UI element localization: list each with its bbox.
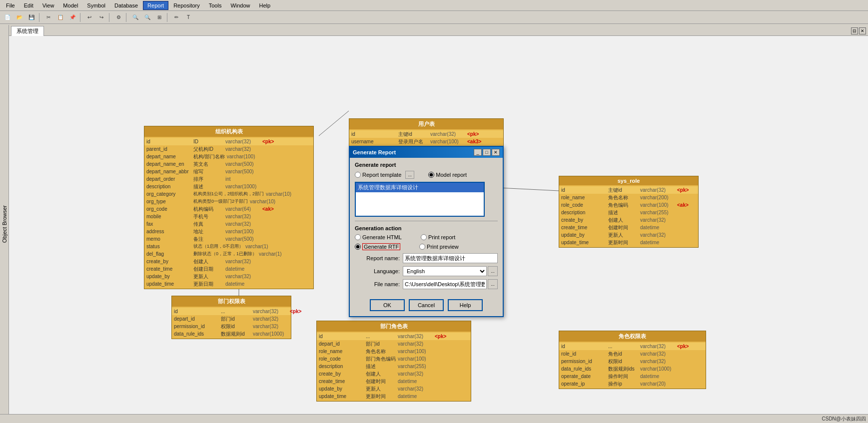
table-row: id 主键id varchar(32) <pk> <box>349 130 503 138</box>
list-box-item[interactable]: 系统管理数据库详细设计 <box>356 183 484 192</box>
generate-html-label: Generate HTML <box>362 234 402 240</box>
toolbar-sep2 <box>80 13 82 22</box>
dept-permission-table: 部门权限表 id ... varchar(32) <pk> depart_id … <box>171 296 291 339</box>
toolbar-btn1[interactable]: ⚙ <box>113 12 124 22</box>
language-label: Language: <box>355 268 400 274</box>
language-select[interactable]: English <box>403 266 487 276</box>
table-row: role_id 角色id varchar(32) <box>559 350 706 358</box>
file-name-input[interactable] <box>403 279 487 289</box>
report-template-radio-label[interactable]: Report template <box>355 172 401 178</box>
generate-rtf-radio-label[interactable]: Generate RTF <box>355 243 400 250</box>
toolbar-zoom-in[interactable]: 🔍 <box>130 12 141 22</box>
toolbar-save[interactable]: 💾 <box>26 12 37 22</box>
toolbar-text[interactable]: T <box>183 12 194 22</box>
table-row: data_rule_ids 数据规则ids varchar(1000) <box>559 365 706 373</box>
language-row: Language: English ... <box>355 266 498 276</box>
toolbar-copy[interactable]: 📋 <box>55 12 66 22</box>
toolbar-zoom-out[interactable]: 🔍 <box>142 12 153 22</box>
report-name-input[interactable] <box>403 253 498 263</box>
toolbar-sep4 <box>126 13 128 22</box>
object-browser-label: Object Browser <box>1 205 7 243</box>
table-row: id ... varchar(32) <pk> <box>317 333 471 340</box>
report-template-radio[interactable] <box>355 172 361 178</box>
toolbar-undo[interactable]: ↩ <box>84 12 95 22</box>
menu-help[interactable]: Help <box>255 1 275 9</box>
org-table-body: id ID varchar(32) <pk> parent_id 父机构ID v… <box>144 137 313 289</box>
table-row: permission_id 权限id varchar(32) <box>559 358 706 365</box>
table-row: role_name 角色名称 varchar(200) <box>559 194 698 201</box>
toolbar-paste[interactable]: 📌 <box>67 12 78 22</box>
file-browse-btn[interactable]: ... <box>488 279 498 289</box>
table-row: create_by 创建人 varchar(32) <box>559 216 698 224</box>
table-row: update_by 更新人 varchar(32) <box>144 273 313 280</box>
cancel-button[interactable]: Cancel <box>409 299 444 311</box>
ok-button[interactable]: OK <box>370 299 405 311</box>
table-row: depart_name 机构/部门名称 varchar(100) <box>144 153 313 160</box>
table-row: username 登录用户名 varchar(100) <ak3> <box>349 138 503 145</box>
toolbar-fit[interactable]: ⊞ <box>154 12 165 22</box>
help-button[interactable]: Help <box>448 299 483 311</box>
tab-close[interactable]: ✕ <box>859 27 866 34</box>
table-row: description 描述 varchar(255) <box>317 363 471 370</box>
toolbar-redo[interactable]: ↪ <box>96 12 107 22</box>
generate-html-radio[interactable] <box>355 234 361 240</box>
print-preview-radio-label[interactable]: Print preview <box>419 244 459 250</box>
menu-window[interactable]: Window <box>226 1 254 9</box>
model-report-label: Model report <box>436 172 467 178</box>
generate-html-radio-label[interactable]: Generate HTML <box>355 234 402 240</box>
dialog-close[interactable]: ✕ <box>492 149 500 156</box>
model-report-radio-label[interactable]: Model report <box>428 172 467 178</box>
table-row: id ID varchar(32) <pk> <box>144 138 313 145</box>
main-canvas: 组织机构表 id ID varchar(32) <pk> parent_id 父… <box>9 36 868 423</box>
menu-repository[interactable]: Repository <box>169 1 204 9</box>
dialog-title: Generate Report <box>353 149 396 155</box>
print-report-radio[interactable] <box>421 234 427 240</box>
menu-view[interactable]: View <box>38 1 58 9</box>
table-row: create_by 创建人 varchar(32) <box>144 258 313 265</box>
menu-report[interactable]: Report <box>143 1 168 10</box>
table-row: operate_ip 操作ip varchar(20) <box>559 380 706 388</box>
table-row: fax 传真 varchar(32) <box>144 220 313 228</box>
table-row: create_time 创建时间 datetime <box>317 378 471 385</box>
dialog-restore[interactable]: □ <box>483 149 491 156</box>
table-row: permission_id 权限id varchar(32) <box>172 323 291 330</box>
menu-symbol[interactable]: Symbol <box>83 1 109 9</box>
toolbar-draw[interactable]: ✏ <box>171 12 182 22</box>
print-report-radio-label[interactable]: Print report <box>421 234 455 240</box>
toolbar-sep1 <box>39 13 41 22</box>
watermark: CSDN@小表妹四四 <box>822 416 867 423</box>
tab-controls: ⊟ ✕ <box>851 27 868 35</box>
table-row: id ... varchar(32) <pk> <box>559 343 706 350</box>
language-browse-btn[interactable]: ... <box>488 266 498 276</box>
table-row: depart_id 部门id varchar(32) <box>317 340 471 348</box>
toolbar-cut[interactable]: ✂ <box>43 12 54 22</box>
sys-role-table: sys_role id 主键id varchar(32) <pk> role_n… <box>559 176 699 248</box>
report-list-box[interactable]: 系统管理数据库详细设计 <box>355 182 485 217</box>
generate-report-label: Generate report <box>355 162 498 168</box>
menu-file[interactable]: File <box>2 1 19 9</box>
template-browse-btn[interactable]: ... <box>405 171 414 179</box>
table-row: depart_id 部门id varchar(32) <box>172 315 291 323</box>
role-permission-table: 角色权限表 id ... varchar(32) <pk> role_id 角色… <box>559 331 706 389</box>
generate-rtf-radio[interactable] <box>355 244 361 250</box>
table-row: create_by 创建人 varchar(32) <box>317 370 471 378</box>
table-row: depart_name_en 英文名 varchar(500) <box>144 160 313 168</box>
print-preview-radio[interactable] <box>419 244 425 250</box>
menu-database[interactable]: Database <box>110 1 142 9</box>
tab-main[interactable]: 系统管理 <box>11 26 44 36</box>
dialog-minimize[interactable]: _ <box>474 149 482 156</box>
menu-model[interactable]: Model <box>59 1 82 9</box>
tab-restore[interactable]: ⊟ <box>851 27 858 34</box>
role-dept-table: 部门角色表 id ... varchar(32) <pk> depart_id … <box>316 321 471 402</box>
toolbar-open[interactable]: 📂 <box>14 12 25 22</box>
table-row: depart_name_abbr 缩写 varchar(500) <box>144 168 313 175</box>
menu-edit[interactable]: Edit <box>20 1 37 9</box>
table-row: parent_id 父机构ID varchar(32) <box>144 145 313 153</box>
menu-tools[interactable]: Tools <box>205 1 226 9</box>
table-row: description 描述 varchar(255) <box>559 209 698 216</box>
toolbar-sep5 <box>167 13 169 22</box>
model-report-radio[interactable] <box>428 172 434 178</box>
file-name-field: ... <box>403 279 498 289</box>
tab-strip: 系统管理 ⊟ ✕ <box>9 25 868 36</box>
toolbar-new[interactable]: 📄 <box>2 12 13 22</box>
